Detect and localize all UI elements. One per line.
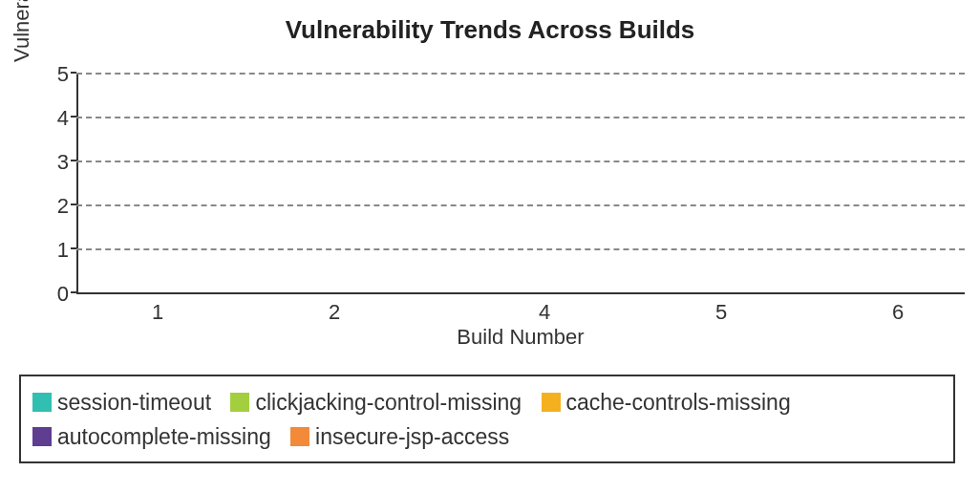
legend-swatch bbox=[32, 393, 52, 412]
bars bbox=[76, 75, 965, 294]
legend-label: cache-controls-missing bbox=[566, 390, 791, 415]
y-tick-label: 5 bbox=[57, 62, 69, 87]
y-tick-label: 2 bbox=[57, 194, 69, 219]
x-tick-label: 2 bbox=[329, 300, 340, 325]
legend-swatch bbox=[542, 393, 561, 412]
legend-item: insecure-jsp-access bbox=[290, 420, 509, 455]
chart-title: Vulnerability Trends Across Builds bbox=[0, 0, 980, 45]
y-tick-label: 0 bbox=[57, 282, 69, 307]
y-axis-label: Vulnerability Count bbox=[10, 0, 34, 84]
legend-label: autocomplete-missing bbox=[57, 424, 271, 449]
plot-area: 0 1 2 3 4 5 bbox=[76, 75, 965, 294]
legend-item: session-timeout bbox=[32, 386, 211, 420]
y-tick-label: 4 bbox=[57, 106, 69, 131]
y-tick-label: 3 bbox=[57, 150, 69, 175]
x-tick-label: 1 bbox=[152, 300, 163, 325]
legend-label: insecure-jsp-access bbox=[315, 424, 509, 449]
x-tick-label: 6 bbox=[892, 300, 904, 325]
legend-swatch bbox=[32, 427, 52, 446]
y-tick bbox=[71, 72, 76, 74]
legend-label: clickjacking-control-missing bbox=[255, 390, 522, 415]
x-tick-label: 5 bbox=[715, 300, 727, 325]
y-tick-label: 1 bbox=[57, 238, 69, 263]
x-tick-label: 4 bbox=[539, 300, 550, 325]
legend-label: session-timeout bbox=[57, 390, 211, 415]
x-axis-label: Build Number bbox=[76, 325, 965, 350]
x-axis bbox=[76, 292, 965, 294]
legend-item: cache-controls-missing bbox=[542, 386, 791, 420]
legend-item: autocomplete-missing bbox=[32, 420, 271, 455]
legend-swatch bbox=[230, 393, 249, 412]
legend-swatch bbox=[290, 427, 309, 446]
legend-item: clickjacking-control-missing bbox=[230, 386, 522, 420]
legend: session-timeout clickjacking-control-mis… bbox=[19, 375, 955, 463]
